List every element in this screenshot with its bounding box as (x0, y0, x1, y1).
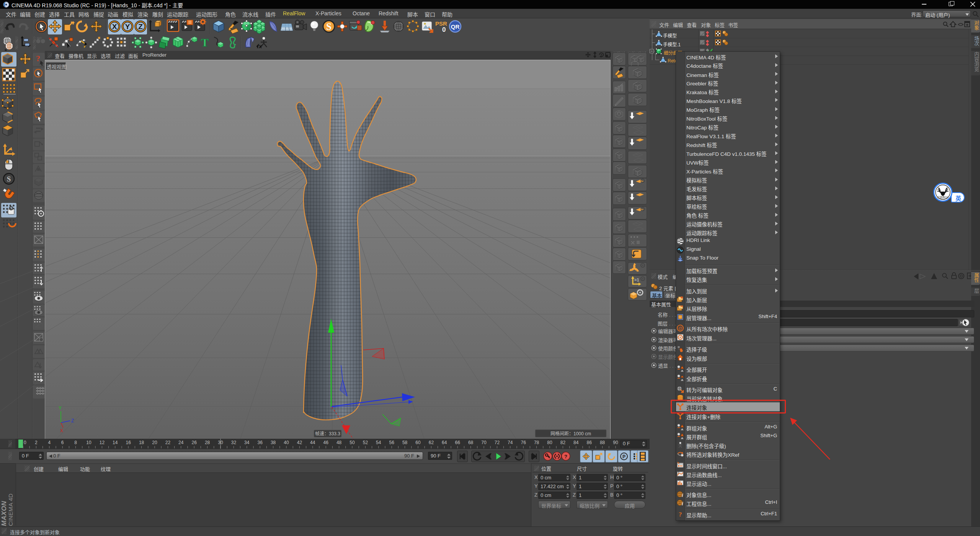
svg-text:20: 20 (152, 440, 157, 445)
svg-text:8: 8 (74, 440, 77, 445)
svg-text:?: ? (679, 511, 682, 518)
svg-text:S: S (326, 21, 332, 32)
svg-text:X: X (60, 428, 63, 433)
svg-text:网格间距：1000 cm: 网格间距：1000 cm (550, 431, 591, 436)
svg-text:CINEMA 4D: CINEMA 4D (7, 494, 14, 526)
svg-text:72: 72 (495, 440, 500, 445)
svg-text:10: 10 (86, 440, 91, 445)
svg-text:16: 16 (126, 440, 131, 445)
svg-text:0: 0 (442, 26, 446, 33)
svg-text:46: 46 (323, 440, 329, 445)
svg-text:?: ? (36, 54, 40, 63)
svg-text:50: 50 (350, 440, 355, 445)
svg-text:32: 32 (231, 440, 237, 445)
svg-text:36: 36 (258, 440, 263, 445)
svg-text:i: i (682, 501, 683, 507)
svg-text:Y: Y (125, 23, 130, 31)
svg-text:帧速：333.3: 帧速：333.3 (315, 431, 340, 436)
svg-text:78: 78 (534, 440, 539, 445)
svg-text:4: 4 (48, 440, 51, 445)
svg-text:86: 86 (587, 440, 592, 445)
svg-text:74: 74 (508, 440, 513, 445)
svg-text:28: 28 (205, 440, 210, 445)
svg-text:38: 38 (271, 440, 276, 445)
svg-text:X: X (112, 23, 117, 31)
svg-text:6: 6 (61, 440, 64, 445)
svg-text:2: 2 (35, 440, 38, 445)
svg-text:68: 68 (468, 440, 474, 445)
svg-text:62: 62 (429, 440, 434, 445)
svg-text:80: 80 (547, 440, 552, 445)
svg-text:66: 66 (455, 440, 461, 445)
svg-text:Z: Z (138, 23, 143, 31)
svg-text:24: 24 (178, 440, 184, 445)
svg-text:GO: GO (37, 36, 41, 40)
svg-text:70: 70 (481, 440, 487, 445)
svg-text:=1: =1 (634, 278, 639, 282)
svg-text:42: 42 (297, 440, 302, 445)
svg-text:58: 58 (402, 440, 408, 445)
svg-text:0: 0 (24, 440, 26, 445)
svg-text:40: 40 (284, 440, 289, 445)
svg-text:84: 84 (573, 440, 579, 445)
svg-text:12: 12 (100, 440, 105, 445)
svg-text:44: 44 (310, 440, 315, 445)
svg-text:行走的CG: 行走的CG (937, 196, 948, 199)
svg-text:34: 34 (244, 440, 250, 445)
svg-text:Z: Z (71, 418, 74, 423)
svg-text:P: P (622, 454, 626, 459)
svg-text:52: 52 (363, 440, 368, 445)
svg-text:90: 90 (613, 440, 618, 445)
svg-text:@: @ (678, 326, 682, 330)
svg-text:56: 56 (389, 440, 395, 445)
svg-text:QR: QR (451, 23, 460, 30)
svg-text:82: 82 (560, 440, 566, 445)
svg-text:26: 26 (192, 440, 197, 445)
svg-text:T: T (201, 36, 209, 49)
svg-text:MAXON: MAXON (0, 501, 8, 526)
svg-text:i: i (682, 493, 683, 498)
svg-text:22: 22 (165, 440, 171, 445)
svg-text:?: ? (564, 454, 567, 459)
svg-text:60: 60 (415, 440, 421, 445)
svg-text:88: 88 (600, 440, 605, 445)
svg-text:64: 64 (442, 440, 447, 445)
svg-text:54: 54 (376, 440, 381, 445)
svg-text:Y: Y (59, 405, 62, 411)
svg-text:14: 14 (113, 440, 118, 445)
svg-text:18: 18 (139, 440, 144, 445)
svg-text:S: S (7, 175, 11, 183)
svg-text:76: 76 (521, 440, 526, 445)
svg-text:48: 48 (336, 440, 342, 445)
